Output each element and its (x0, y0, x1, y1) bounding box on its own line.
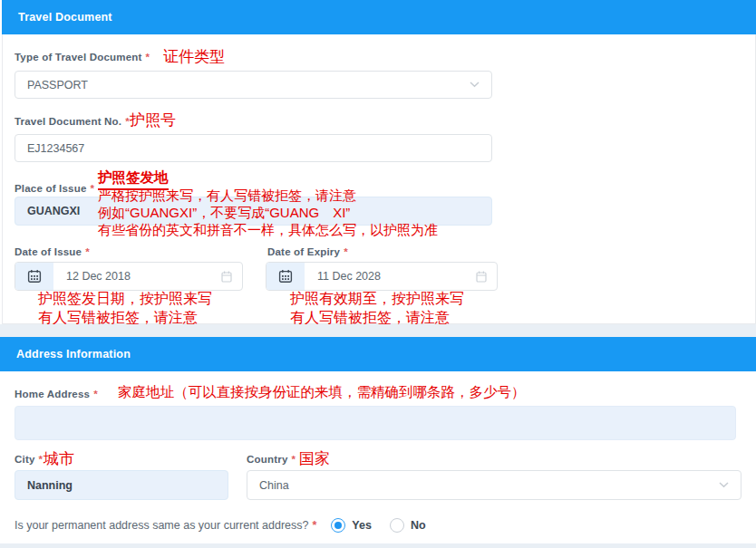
radio-yes-label: Yes (352, 519, 372, 532)
required-asterisk: * (344, 246, 348, 257)
chevron-down-icon (719, 482, 729, 488)
section-divider-band (0, 324, 756, 337)
required-asterisk: * (39, 454, 44, 465)
issue-annotation-line1-cn: 护照签发日期，按护照来写 (38, 290, 212, 309)
city-field (15, 470, 228, 500)
home-address-label: Home Address* (15, 389, 98, 399)
country-select[interactable]: China (247, 470, 741, 500)
required-asterisk: * (91, 183, 95, 194)
date-of-issue-field[interactable]: 12 Dec 2018 (15, 262, 243, 291)
city-label: City* (15, 454, 43, 465)
calendar-icon[interactable] (15, 263, 53, 290)
bottom-band (0, 543, 756, 548)
place-of-issue-label: Place of Issue* (15, 183, 94, 194)
address-information-section-header: Address Information (0, 337, 756, 371)
radio-yes-icon[interactable] (331, 518, 345, 533)
permanent-address-question-row: Is your permanent address same as your c… (15, 516, 426, 534)
expiry-annotation-line1-cn: 护照有效期至，按护照来写 (290, 290, 464, 309)
type-annotation-cn: 证件类型 (163, 46, 225, 67)
required-asterisk: * (93, 389, 98, 399)
required-asterisk: * (312, 519, 316, 532)
country-label: Country* (247, 454, 296, 465)
travel-document-type-select[interactable]: PASSPORT (15, 71, 492, 99)
home-address-input[interactable] (15, 407, 735, 439)
city-input[interactable] (15, 471, 228, 499)
travel-document-no-input[interactable] (15, 135, 491, 161)
travel-document-no-field (15, 134, 492, 162)
radio-option-yes[interactable]: Yes (331, 518, 372, 533)
calendar-icon[interactable] (221, 271, 242, 283)
date-of-expiry-label: Date of Expiry* (267, 246, 348, 257)
calendar-icon[interactable] (476, 271, 497, 283)
place-annotation-line3-cn: 有些省份的英文和拼音不一样，具体怎么写，以护照为准 (98, 222, 438, 239)
calendar-icon[interactable] (267, 263, 305, 290)
date-of-expiry-field[interactable]: 11 Dec 2028 (266, 262, 498, 291)
city-annotation-cn: 城市 (44, 448, 74, 469)
country-annotation-cn: 国家 (299, 448, 330, 469)
place-annotation-line1-cn: 严格按护照来写，有人写错被拒签，请注意 (98, 187, 356, 205)
home-address-annotation-cn: 家庭地址（可以直接按身份证的来填，需精确到哪条路，多少号） (118, 383, 526, 402)
home-address-field (15, 406, 736, 440)
travel-document-type-value: PASSPORT (27, 79, 88, 91)
required-asterisk: * (291, 454, 296, 465)
chevron-down-icon (470, 82, 480, 88)
place-annotation-line2-cn: 例如“GUANGXI”，不要写成“GUANG XI” (98, 205, 350, 222)
radio-option-no[interactable]: No (390, 518, 426, 533)
date-of-issue-value: 12 Dec 2018 (53, 270, 221, 283)
required-asterisk: * (146, 52, 150, 62)
permanent-address-question: Is your permanent address same as your c… (15, 519, 308, 532)
date-of-expiry-value: 11 Dec 2028 (305, 270, 476, 283)
number-annotation-cn: 护照号 (130, 110, 176, 130)
travel-document-no-label: Travel Document No.* (15, 116, 130, 127)
country-value: China (259, 479, 289, 492)
type-of-travel-document-label: Type of Travel Document* (15, 52, 150, 62)
travel-document-section-header: Travel Document (2, 0, 756, 34)
travel-form-page: Travel Document Type of Travel Document*… (0, 0, 756, 548)
radio-no-label: No (411, 519, 426, 532)
radio-no-icon[interactable] (390, 518, 404, 533)
required-asterisk: * (85, 246, 90, 257)
date-of-issue-label: Date of Issue* (15, 246, 90, 257)
